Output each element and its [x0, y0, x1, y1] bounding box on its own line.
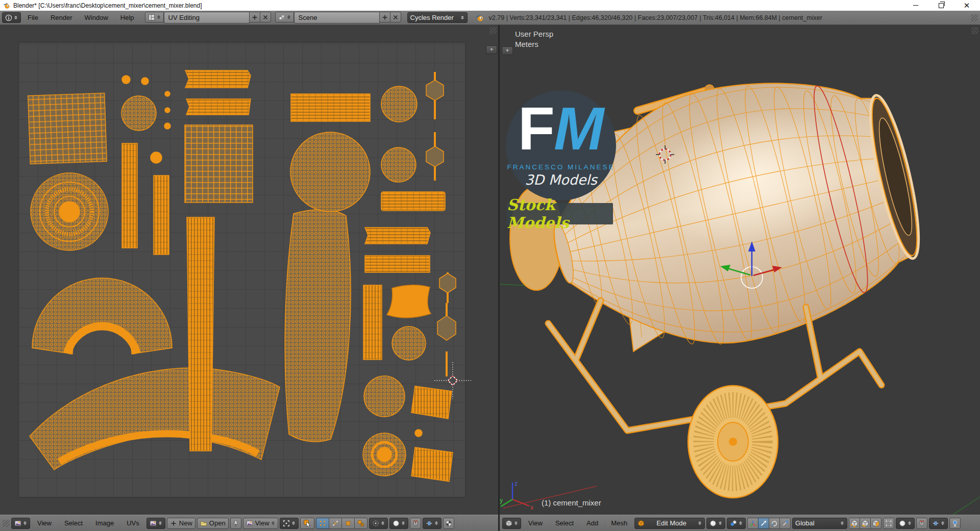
uv-island[interactable]: [363, 433, 406, 476]
uv-island[interactable]: [291, 94, 370, 121]
menu-help[interactable]: Help: [115, 11, 140, 24]
uv-select-edge-button[interactable]: [329, 518, 342, 529]
uv-menu-view[interactable]: View: [32, 517, 57, 530]
uv-canvas[interactable]: +: [0, 25, 498, 515]
uv-island[interactable]: [365, 227, 430, 244]
scene-field[interactable]: Scene: [294, 12, 380, 23]
viewport-editor-type-dropdown[interactable]: [502, 518, 521, 529]
uv-select-face-button[interactable]: [341, 518, 355, 529]
area-corner-grip[interactable]: [971, 27, 978, 34]
uv-island[interactable]: [151, 152, 162, 163]
workspace-field[interactable]: UV Editing: [164, 12, 250, 23]
uv-island[interactable]: [415, 429, 422, 437]
rotate-manipulator-button[interactable]: [769, 518, 780, 529]
workspace-delete-button[interactable]: [260, 12, 271, 22]
uv-island[interactable]: [186, 99, 251, 115]
image-pin-button[interactable]: [230, 518, 241, 529]
uv-island[interactable]: [165, 91, 170, 96]
uv-island[interactable]: [381, 86, 417, 122]
v3d-menu-add[interactable]: Add: [581, 517, 604, 530]
uv-proportional-edit-dropdown[interactable]: [389, 518, 408, 529]
uv-island[interactable]: [122, 75, 130, 84]
uv-island[interactable]: [122, 143, 137, 248]
uv-island[interactable]: [164, 123, 170, 129]
uv-island[interactable]: [185, 70, 251, 88]
display-channels-dropdown[interactable]: View: [243, 518, 278, 529]
front-wheel[interactable]: [688, 386, 778, 498]
minimize-button[interactable]: [912, 2, 920, 10]
uv-island[interactable]: [185, 125, 253, 203]
workspace-add-button[interactable]: [249, 12, 260, 22]
uv-island[interactable]: [187, 217, 214, 451]
uv-island[interactable]: [381, 147, 416, 182]
image-new-button[interactable]: New: [167, 518, 195, 529]
area-corner-grip[interactable]: [3, 520, 10, 527]
render-opengl-button[interactable]: [949, 518, 961, 529]
toolshelf-expand-button[interactable]: +: [502, 46, 513, 55]
uv-island[interactable]: [165, 108, 170, 113]
uv-menu-uvs[interactable]: UVs: [121, 517, 145, 530]
limit-selection-visible-toggle[interactable]: [883, 518, 894, 529]
uv-island[interactable]: [392, 326, 426, 360]
pivot-center-dropdown[interactable]: [727, 518, 746, 529]
restore-button[interactable]: [937, 2, 945, 10]
viewport-canvas[interactable]: z y x User Persp Meters (1) cement_mixer…: [500, 25, 980, 515]
uv-islands-svg[interactable]: [0, 25, 498, 515]
uv-select-island-button[interactable]: [354, 518, 368, 529]
uv-snap-element-dropdown[interactable]: [423, 518, 442, 529]
proportional-edit-dropdown[interactable]: [896, 518, 915, 529]
pivot-point-dropdown[interactable]: [280, 518, 299, 529]
uv-select-vertex-button[interactable]: [316, 518, 329, 529]
resize-grip[interactable]: [971, 14, 978, 21]
uv-island[interactable]: [141, 78, 149, 85]
mesh-select-vertex-button[interactable]: [849, 518, 860, 529]
uv-island[interactable]: [381, 192, 445, 211]
uv-sticky-select-dropdown[interactable]: [369, 518, 388, 529]
mesh-select-edge-button[interactable]: [860, 518, 871, 529]
uv-island[interactable]: [411, 386, 452, 419]
info-editor-dropdown[interactable]: [2, 12, 21, 23]
image-browse-dropdown[interactable]: [146, 518, 165, 529]
render-engine-dropdown[interactable]: Cycles Render: [407, 12, 468, 23]
close-button[interactable]: ✕: [963, 2, 971, 10]
manipulator-toggle[interactable]: [747, 518, 758, 529]
snap-toggle[interactable]: [916, 518, 927, 529]
uv-sync-selection-toggle[interactable]: [300, 518, 314, 529]
scene-add-button[interactable]: [379, 12, 390, 22]
v3d-menu-view[interactable]: View: [523, 517, 548, 530]
uv-menu-select[interactable]: Select: [59, 517, 88, 530]
image-open-button[interactable]: Open: [197, 518, 229, 529]
uv-island[interactable]: [411, 447, 453, 482]
uv-island[interactable]: [363, 285, 382, 360]
translate-manipulator-button[interactable]: [758, 518, 769, 529]
v3d-menu-mesh[interactable]: Mesh: [605, 517, 633, 530]
scale-manipulator-button[interactable]: [779, 518, 791, 529]
uv-island[interactable]: [121, 96, 156, 131]
uv-island[interactable]: [31, 173, 108, 250]
uv-editor-type-dropdown[interactable]: [11, 518, 30, 529]
screen-layout-dropdown[interactable]: [145, 12, 164, 22]
v3d-menu-select[interactable]: Select: [550, 517, 579, 530]
uv-island[interactable]: [364, 376, 405, 417]
menu-render[interactable]: Render: [45, 11, 78, 24]
area-corner-grip[interactable]: [489, 27, 497, 34]
menu-file[interactable]: File: [22, 11, 44, 24]
uv-island[interactable]: [365, 256, 430, 272]
uv-region-expand-button[interactable]: +: [486, 45, 497, 54]
scene-dropdown[interactable]: [275, 12, 294, 22]
uv-island[interactable]: [28, 93, 107, 164]
uv-island[interactable]: [387, 285, 431, 318]
axis-x-label: x: [530, 504, 533, 511]
mode-dropdown[interactable]: Edit Mode: [634, 518, 705, 529]
viewport-shading-dropdown[interactable]: [706, 518, 725, 529]
menu-window[interactable]: Window: [79, 11, 114, 24]
uv-island[interactable]: [290, 132, 370, 212]
uv-snap-toggle[interactable]: [410, 518, 421, 529]
uv-draw-other-objects-button[interactable]: [443, 518, 454, 529]
uv-menu-image[interactable]: Image: [90, 517, 119, 530]
scene-delete-button[interactable]: [390, 12, 401, 22]
mesh-select-face-button[interactable]: [870, 518, 881, 529]
uv-island[interactable]: [154, 175, 169, 255]
transform-orientation-dropdown[interactable]: Global: [792, 518, 847, 529]
snap-element-dropdown[interactable]: [929, 518, 948, 529]
